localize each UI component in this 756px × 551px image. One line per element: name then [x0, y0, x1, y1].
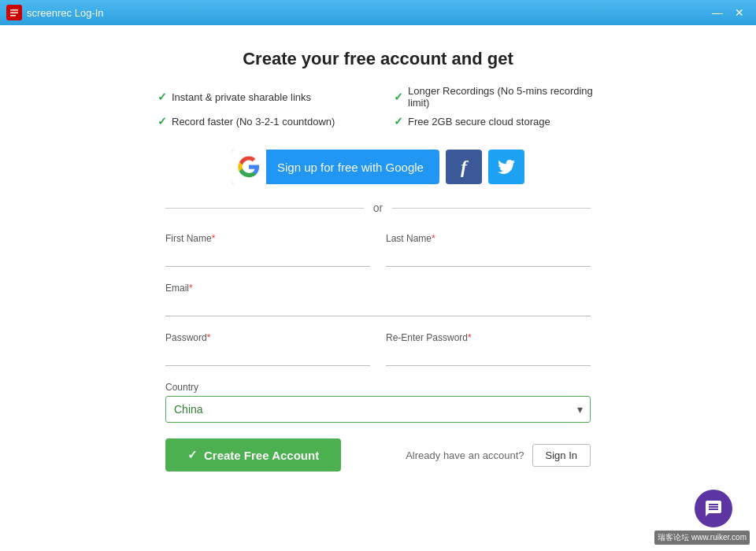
country-row: Country China United States United Kingd… [165, 382, 591, 423]
titlebar: screenrec Log-In — ✕ [0, 0, 756, 25]
country-select[interactable]: China United States United Kingdom Japan… [165, 396, 591, 423]
password-label: Password* [165, 332, 370, 343]
social-buttons-group: Sign up for free with Google f [232, 150, 524, 184]
first-name-group: First Name* [165, 233, 370, 267]
last-name-required: * [432, 233, 435, 244]
first-name-input[interactable] [165, 247, 370, 267]
already-text: Already have an account? [406, 449, 524, 461]
google-icon-wrapper [232, 150, 266, 184]
sign-in-button[interactable]: Sign In [532, 444, 591, 467]
country-label: Country [165, 382, 591, 393]
feature-item-2: ✓ Record faster (No 3-2-1 countdown) [158, 115, 362, 128]
google-signup-button[interactable]: Sign up for free with Google [232, 150, 439, 184]
reenter-required: * [468, 332, 472, 343]
create-check-icon: ✓ [187, 448, 198, 462]
svg-rect-3 [10, 15, 16, 17]
sign-in-group: Already have an account? Sign In [406, 444, 591, 467]
feature-text-0: Instant & private sharable links [172, 91, 311, 103]
email-group: Email* [165, 283, 591, 316]
window-title: screenrec Log-In [27, 7, 707, 19]
app-window: screenrec Log-In — ✕ Create your free ac… [0, 0, 756, 551]
watermark: 瑞客论坛 www.ruiker.com [654, 531, 750, 545]
last-name-label: Last Name* [386, 233, 591, 244]
divider-line-right [392, 208, 591, 209]
twitter-icon [498, 160, 515, 174]
page-heading: Create your free account and get [243, 49, 513, 69]
email-required: * [189, 283, 193, 294]
first-name-required: * [212, 233, 216, 244]
svg-rect-1 [10, 9, 18, 11]
feature-text-2: Record faster (No 3-2-1 countdown) [172, 116, 335, 128]
check-icon-2: ✓ [158, 115, 167, 128]
registration-form: First Name* Last Name* Email* [165, 233, 591, 471]
features-grid: ✓ Instant & private sharable links ✓ Lon… [158, 85, 598, 128]
create-account-label: Create Free Account [204, 449, 319, 462]
divider-line-left [165, 208, 364, 209]
close-button[interactable]: ✕ [729, 4, 750, 21]
feature-text-3: Free 2GB secure cloud storage [408, 116, 550, 128]
last-name-input[interactable] [386, 247, 591, 267]
or-divider: or [165, 202, 591, 214]
password-row: Password* Re-Enter Password* [165, 332, 591, 366]
country-select-wrapper: China United States United Kingdom Japan… [165, 396, 591, 423]
create-account-button[interactable]: ✓ Create Free Account [165, 438, 341, 471]
chat-icon [704, 499, 723, 518]
name-row: First Name* Last Name* [165, 233, 591, 267]
last-name-group: Last Name* [386, 233, 591, 267]
email-label: Email* [165, 283, 591, 294]
email-input[interactable] [165, 297, 591, 316]
password-required: * [207, 332, 211, 343]
check-icon-3: ✓ [394, 115, 403, 128]
minimize-button[interactable]: — [707, 4, 728, 21]
check-icon-0: ✓ [158, 91, 167, 103]
twitter-signup-button[interactable] [488, 150, 524, 184]
main-content: Create your free account and get ✓ Insta… [0, 25, 756, 551]
feature-text-1: Longer Recordings (No 5-mins recording l… [408, 85, 598, 109]
check-icon-1: ✓ [394, 91, 403, 103]
google-g-icon [238, 156, 260, 178]
password-group: Password* [165, 332, 370, 366]
password-input[interactable] [165, 346, 370, 366]
reenter-group: Re-Enter Password* [386, 332, 591, 366]
window-controls: — ✕ [707, 4, 750, 21]
email-row: Email* [165, 283, 591, 316]
first-name-label: First Name* [165, 233, 370, 244]
facebook-icon: f [461, 157, 467, 178]
facebook-signup-button[interactable]: f [446, 150, 482, 184]
reenter-label: Re-Enter Password* [386, 332, 591, 343]
feature-item-3: ✓ Free 2GB secure cloud storage [394, 115, 598, 128]
country-group: Country China United States United Kingd… [165, 382, 591, 423]
or-text: or [373, 202, 383, 214]
feature-item-0: ✓ Instant & private sharable links [158, 85, 362, 109]
google-button-text: Sign up for free with Google [266, 161, 439, 174]
reenter-password-input[interactable] [386, 346, 591, 366]
feature-item-1: ✓ Longer Recordings (No 5-mins recording… [394, 85, 598, 109]
bottom-action-row: ✓ Create Free Account Already have an ac… [165, 438, 591, 471]
app-icon [6, 5, 22, 20]
chat-float-button[interactable] [695, 490, 732, 527]
svg-rect-2 [10, 13, 18, 14]
